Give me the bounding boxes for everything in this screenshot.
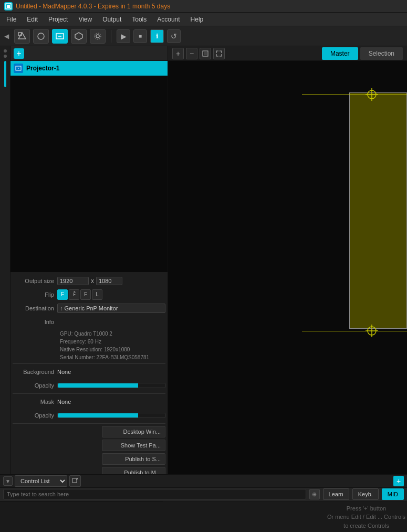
mask-opacity-row: Opacity — [13, 410, 165, 421]
media-tool-button[interactable] — [33, 29, 49, 44]
mask-opacity-label: Opacity — [13, 412, 57, 419]
desktop-window-row: Desktop Win... — [13, 426, 165, 439]
menu-help[interactable]: Help — [186, 15, 208, 24]
destination-select[interactable]: ↑ Generic PnP Monitor — [57, 304, 165, 313]
refresh-button[interactable]: ↺ — [167, 29, 181, 43]
publish-sdi-button[interactable]: Publish to S... — [102, 453, 165, 465]
left-sidebar — [0, 46, 11, 474]
background-label: Background — [13, 369, 57, 375]
shapes-tool-button[interactable] — [14, 29, 30, 44]
keyboard-button[interactable]: Keyb. — [352, 488, 379, 500]
play-button[interactable]: ▶ — [117, 29, 130, 43]
output-size-row: Output size x — [13, 275, 165, 287]
opacity-slider-fill — [58, 383, 165, 388]
learn-button[interactable]: Learn — [323, 488, 349, 500]
flip-h-button[interactable]: F — [57, 289, 68, 300]
canvas-area[interactable] — [168, 61, 407, 474]
midi-button[interactable]: MID — [382, 488, 404, 500]
mask-label: Mask — [13, 399, 57, 405]
zoom-in-button[interactable]: + — [172, 48, 184, 59]
menu-output[interactable]: Output — [98, 15, 126, 24]
background-row: Background None — [13, 366, 165, 378]
svg-rect-1 — [7, 5, 10, 8]
right-panel: + − Master Selection — [168, 46, 407, 474]
zoom-out-button[interactable]: − — [186, 48, 197, 59]
toolbar-separator-1 — [111, 30, 111, 43]
menu-account[interactable]: Account — [153, 15, 184, 24]
menu-file[interactable]: File — [2, 15, 20, 24]
output-panel-header: + — [11, 46, 168, 61]
flip-v-inv-button[interactable]: L — [92, 289, 102, 300]
publish-m-row: Publish to M... — [13, 467, 165, 475]
menubar: File Edit Project View Output Tools Acco… — [0, 13, 407, 26]
opacity-row: Opacity — [13, 380, 165, 391]
show-test-button[interactable]: Show Test Pa... — [102, 440, 165, 451]
hint-area: Press '+' button Or menu Edit / Edit ...… — [163, 502, 407, 533]
zoom-fit-button[interactable] — [200, 48, 211, 59]
output-size-label: Output size — [13, 278, 57, 284]
collapse-control-button[interactable]: ▼ — [3, 476, 13, 486]
svg-rect-13 — [204, 52, 207, 55]
open-control-icon[interactable] — [69, 475, 81, 487]
app-icon — [4, 2, 13, 11]
menu-tools[interactable]: Tools — [128, 15, 151, 24]
flip-v-button[interactable]: F — [80, 289, 91, 300]
collapse-left-icon[interactable]: ◀ — [4, 33, 9, 40]
control-bar: ▼ Control List + — [0, 475, 407, 488]
hint-line-3: to create Controls — [343, 521, 389, 530]
menu-edit[interactable]: Edit — [23, 15, 42, 24]
tab-selection[interactable]: Selection — [360, 47, 403, 60]
menu-project[interactable]: Project — [44, 15, 72, 24]
resolution-line: Native Resolution: 1920x1080 — [60, 346, 165, 353]
search-input[interactable] — [3, 489, 306, 499]
fixtures-tool-button[interactable] — [71, 29, 87, 44]
tab-master[interactable]: Master — [322, 47, 358, 60]
destination-label: Destination — [13, 305, 57, 311]
svg-point-8 — [96, 35, 99, 38]
control-list-dropdown[interactable]: Control List — [15, 475, 67, 487]
guide-line-bottom — [302, 331, 407, 331]
output-width-input[interactable] — [57, 277, 89, 285]
viewport-header: + − Master Selection — [168, 46, 407, 61]
projector-item[interactable]: Projector-1 — [11, 61, 168, 76]
destination-row: Destination ↑ Generic PnP Monitor — [13, 302, 165, 314]
opacity-label: Opacity — [13, 382, 57, 389]
output-size-x: x — [91, 277, 94, 285]
settings-tool-button[interactable] — [90, 29, 106, 44]
svg-rect-20 — [72, 478, 77, 483]
svg-point-9 — [95, 33, 101, 39]
mask-opacity-slider[interactable] — [57, 413, 165, 418]
flip-h-inv-button[interactable]: F̄ — [69, 289, 79, 300]
mask-opacity-slider-fill — [58, 413, 165, 418]
menu-view[interactable]: View — [74, 15, 96, 24]
projector-label: Projector-1 — [26, 65, 59, 72]
left-panel: + Projector-1 Output size x — [11, 46, 168, 474]
titlebar: Untitled - MadMapper 4.0.3 - Expires in … — [0, 0, 407, 13]
divider-1 — [13, 363, 165, 364]
projector-icon — [14, 64, 23, 73]
output-tool-button[interactable] — [52, 29, 68, 44]
sidebar-blue-bar — [4, 61, 6, 87]
divider-3 — [13, 423, 165, 424]
sidebar-dot — [4, 55, 7, 58]
svg-marker-7 — [75, 33, 82, 40]
svg-point-4 — [38, 33, 44, 39]
info-button[interactable]: ℹ — [150, 29, 164, 43]
publish-mdm-button[interactable]: Publish to M... — [102, 467, 165, 475]
bottom-section: ▼ Control List + ⊕ Learn Keyb. MID Press… — [0, 474, 407, 532]
background-value: None — [57, 369, 165, 375]
add-control-button[interactable]: + — [393, 476, 404, 486]
opacity-slider[interactable] — [57, 383, 165, 388]
output-height-input[interactable] — [96, 277, 122, 285]
toolbar: ◀ ▶ ■ ℹ ↺ — [0, 26, 407, 46]
hint-line-1: Press '+' button — [347, 504, 386, 513]
show-test-row: Show Test Pa... — [13, 440, 165, 452]
add-output-button[interactable]: + — [14, 48, 24, 59]
app-title: Untitled - MadMapper 4.0.3 - Expires in … — [16, 3, 170, 10]
search-icon-button[interactable]: ⊕ — [309, 489, 320, 499]
stop-button[interactable]: ■ — [133, 29, 147, 43]
mask-value: None — [57, 399, 165, 405]
zoom-expand-button[interactable] — [213, 48, 225, 59]
desktop-window-button[interactable]: Desktop Win... — [102, 426, 165, 437]
serial-line: Serial Number: 22FA-B3LMQS058781 — [60, 353, 165, 361]
